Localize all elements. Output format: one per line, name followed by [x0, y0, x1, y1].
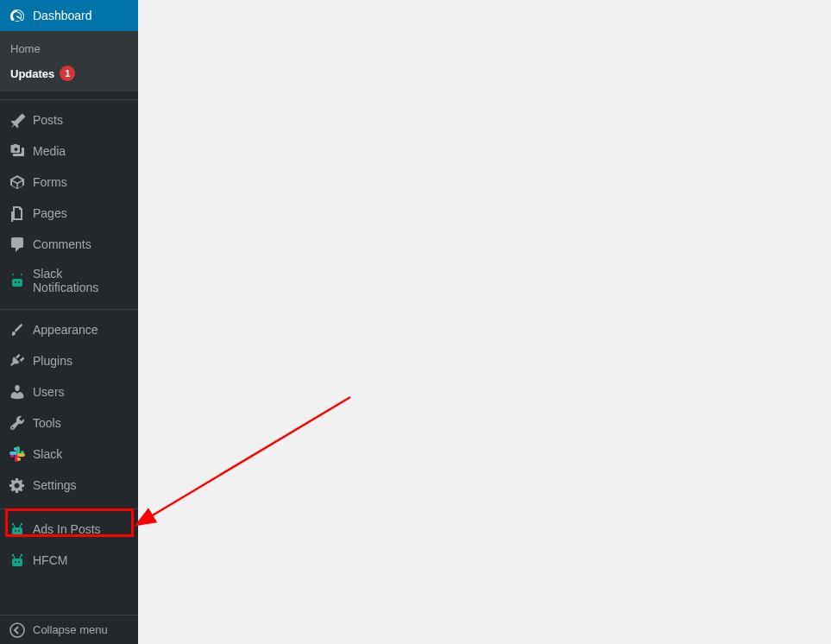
updates-badge: 1 — [60, 66, 75, 81]
sidebar-item-label: Dashboard — [33, 9, 92, 22]
sidebar-item-appearance[interactable]: Appearance — [0, 314, 138, 345]
current-indicator-arrow — [138, 9, 145, 22]
user-icon — [9, 383, 26, 401]
admin-sidebar: Dashboard Home Updates 1 Posts Media For… — [0, 0, 138, 644]
dashboard-icon — [9, 7, 26, 24]
sidebar-item-settings[interactable]: Settings — [0, 470, 138, 501]
sidebar-item-media[interactable]: Media — [0, 136, 138, 167]
sidebar-item-label: Settings — [33, 478, 77, 492]
submenu-item-updates[interactable]: Updates 1 — [0, 60, 138, 86]
sidebar-item-slack[interactable]: Slack — [0, 439, 138, 470]
sidebar-item-tools[interactable]: Tools — [0, 407, 138, 439]
slack-icon — [9, 445, 26, 463]
pages-icon — [9, 205, 26, 222]
menu-separator — [0, 306, 138, 310]
robot-icon — [9, 552, 26, 569]
menu-separator — [0, 505, 138, 509]
collapse-menu-button[interactable]: Collapse menu — [0, 615, 138, 644]
sidebar-item-label: Slack Notifications — [33, 267, 129, 294]
sidebar-item-dashboard[interactable]: Dashboard — [0, 0, 138, 31]
wrench-icon — [9, 414, 26, 432]
sidebar-item-users[interactable]: Users — [0, 376, 138, 407]
pin-icon — [9, 111, 26, 129]
submenu-item-home[interactable]: Home — [0, 36, 138, 60]
sidebar-item-posts[interactable]: Posts — [0, 104, 138, 136]
sidebar-item-label: Slack — [33, 447, 62, 461]
collapse-label: Collapse menu — [33, 623, 108, 636]
menu-separator — [0, 96, 138, 100]
sidebar-item-label: Tools — [33, 416, 61, 430]
sidebar-item-label: Appearance — [33, 323, 98, 337]
svg-point-2 — [12, 523, 14, 525]
dashboard-submenu: Home Updates 1 — [0, 31, 138, 92]
svg-point-5 — [21, 554, 22, 556]
submenu-item-label: Home — [10, 42, 41, 55]
sidebar-item-comments[interactable]: Comments — [0, 229, 138, 260]
sidebar-item-label: Pages — [33, 206, 67, 220]
svg-point-6 — [10, 623, 24, 637]
svg-line-8 — [151, 397, 350, 516]
sidebar-item-hfcm[interactable]: HFCM — [0, 545, 138, 576]
sidebar-item-label: Ads In Posts — [33, 522, 101, 536]
svg-point-1 — [21, 274, 22, 275]
sidebar-item-label: Forms — [33, 175, 67, 189]
sidebar-item-pages[interactable]: Pages — [0, 198, 138, 229]
sidebar-item-label: Posts — [33, 113, 63, 127]
settings-icon — [9, 477, 26, 494]
sidebar-item-label: Users — [33, 385, 65, 399]
svg-point-3 — [21, 523, 22, 525]
svg-point-4 — [12, 554, 14, 556]
comments-icon — [9, 236, 26, 253]
plugin-icon — [9, 352, 26, 369]
media-icon — [9, 142, 26, 160]
sidebar-item-ads-in-posts[interactable]: Ads In Posts — [0, 514, 138, 545]
forms-icon — [9, 174, 26, 191]
submenu-item-label: Updates — [10, 67, 54, 80]
svg-point-0 — [12, 274, 14, 275]
sidebar-item-label: HFCM — [33, 553, 67, 567]
sidebar-item-label: Comments — [33, 237, 91, 251]
sidebar-item-slack-notifications[interactable]: Slack Notifications — [0, 260, 138, 301]
collapse-icon — [9, 622, 26, 639]
sidebar-item-label: Media — [33, 144, 66, 158]
sidebar-item-plugins[interactable]: Plugins — [0, 345, 138, 376]
robot-icon — [9, 521, 26, 538]
robot-icon — [9, 272, 26, 289]
sidebar-item-forms[interactable]: Forms — [0, 167, 138, 198]
sidebar-item-label: Plugins — [33, 354, 72, 368]
brush-icon — [9, 321, 26, 338]
